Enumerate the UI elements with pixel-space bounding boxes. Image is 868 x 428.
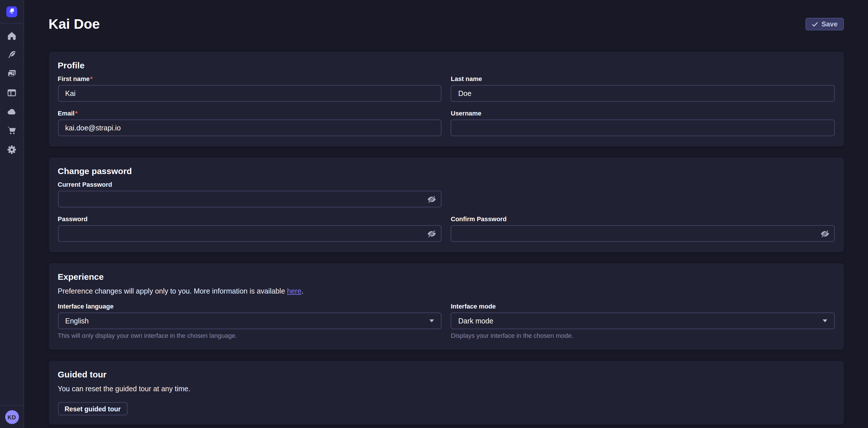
sidebar-header bbox=[0, 0, 24, 24]
chevron-down-icon bbox=[823, 319, 827, 322]
last-name-field-group: Last name bbox=[451, 75, 835, 102]
layout-icon bbox=[7, 88, 17, 100]
profile-card-title: Profile bbox=[58, 60, 835, 71]
user-avatar[interactable]: KD bbox=[5, 410, 19, 424]
images-icon bbox=[7, 69, 17, 81]
save-button[interactable]: Save bbox=[805, 18, 844, 30]
sidebar-item-media-library[interactable] bbox=[7, 70, 17, 80]
interface-mode-select[interactable]: Dark mode bbox=[451, 313, 835, 329]
more-information-link[interactable]: here bbox=[287, 287, 301, 295]
cart-icon bbox=[7, 126, 17, 138]
username-input[interactable] bbox=[451, 119, 835, 136]
interface-mode-hint: Displays your interface in the chosen mo… bbox=[451, 332, 835, 340]
strapi-logo[interactable] bbox=[6, 6, 17, 17]
interface-language-label: Interface language bbox=[58, 303, 442, 310]
gear-icon bbox=[7, 145, 17, 157]
check-icon bbox=[812, 22, 818, 27]
guided-tour-title: Guided tour bbox=[58, 369, 835, 380]
interface-mode-label: Interface mode bbox=[451, 303, 835, 310]
first-name-label: First name* bbox=[58, 75, 442, 83]
last-name-label: Last name bbox=[451, 75, 835, 83]
guided-tour-description: You can reset the guided tour at any tim… bbox=[58, 384, 835, 394]
sidebar-item-home[interactable] bbox=[7, 32, 17, 42]
first-name-field-group: First name* bbox=[58, 75, 442, 102]
interface-language-value: English bbox=[65, 317, 89, 325]
confirm-password-label: Confirm Password bbox=[451, 216, 835, 223]
current-password-label: Current Password bbox=[58, 181, 442, 189]
new-password-field-group: Password bbox=[58, 216, 442, 242]
interface-language-field-group: Interface language English This will onl… bbox=[58, 303, 442, 340]
required-marker: * bbox=[75, 110, 78, 117]
sidebar: KD bbox=[0, 0, 24, 428]
experience-description: Preference changes will apply only to yo… bbox=[58, 287, 835, 296]
experience-card: Experience Preference changes will apply… bbox=[49, 263, 844, 350]
eye-slash-icon bbox=[427, 195, 437, 203]
last-name-input[interactable] bbox=[451, 85, 835, 102]
cloud-icon bbox=[7, 107, 17, 119]
email-input[interactable] bbox=[58, 119, 442, 136]
sidebar-item-cloud[interactable] bbox=[7, 108, 17, 118]
page-header: Kai Doe Save bbox=[49, 16, 844, 33]
change-password-title: Change password bbox=[58, 166, 835, 176]
current-password-field-group: Current Password bbox=[58, 181, 442, 207]
guided-tour-card: Guided tour You can reset the guided tou… bbox=[49, 361, 844, 425]
confirm-password-input-wrap bbox=[451, 225, 835, 242]
grid-spacer bbox=[451, 181, 835, 207]
profile-grid: First name* Last name Email* Username bbox=[58, 75, 835, 136]
sidebar-footer: KD bbox=[0, 405, 24, 428]
interface-mode-value: Dark mode bbox=[458, 317, 493, 325]
home-icon bbox=[7, 31, 17, 43]
app-window: KD Kai Doe Save Profile First name* bbox=[0, 0, 868, 428]
reset-guided-tour-button[interactable]: Reset guided tour bbox=[58, 402, 128, 416]
sidebar-item-marketplace[interactable] bbox=[7, 127, 17, 137]
email-field-group: Email* bbox=[58, 110, 442, 136]
page-title: Kai Doe bbox=[49, 16, 100, 33]
confirm-password-field-group: Confirm Password bbox=[451, 216, 835, 242]
email-label: Email* bbox=[58, 110, 442, 117]
username-field-group: Username bbox=[451, 110, 835, 136]
sidebar-item-content-type-builder[interactable] bbox=[7, 89, 17, 99]
profile-card: Profile First name* Last name Email* Use… bbox=[49, 52, 844, 146]
username-label: Username bbox=[451, 110, 835, 117]
interface-mode-field-group: Interface mode Dark mode Displays your i… bbox=[451, 303, 835, 340]
sidebar-nav bbox=[7, 24, 17, 156]
eye-slash-icon bbox=[427, 230, 437, 237]
toggle-password-visibility-button[interactable] bbox=[820, 230, 830, 237]
password-grid: Current Password bbox=[58, 181, 835, 242]
feather-icon bbox=[7, 50, 17, 62]
current-password-input[interactable] bbox=[58, 191, 442, 207]
current-password-input-wrap bbox=[58, 191, 442, 207]
interface-language-select[interactable]: English bbox=[58, 313, 442, 329]
confirm-password-input[interactable] bbox=[451, 225, 835, 242]
main-content: Kai Doe Save Profile First name* Last bbox=[24, 0, 868, 428]
required-marker: * bbox=[90, 75, 93, 82]
toggle-password-visibility-button[interactable] bbox=[427, 195, 437, 203]
chevron-down-icon bbox=[430, 319, 434, 322]
experience-title: Experience bbox=[58, 272, 835, 282]
sidebar-item-settings[interactable] bbox=[7, 146, 17, 156]
new-password-label: Password bbox=[58, 216, 442, 223]
save-button-label: Save bbox=[822, 20, 838, 28]
change-password-card: Change password Current Password bbox=[49, 158, 844, 252]
interface-language-hint: This will only display your own interfac… bbox=[58, 332, 442, 340]
first-name-input[interactable] bbox=[58, 85, 442, 102]
avatar-initials: KD bbox=[7, 414, 16, 420]
sidebar-item-content-manager[interactable] bbox=[7, 51, 17, 61]
toggle-password-visibility-button[interactable] bbox=[427, 230, 437, 237]
new-password-input[interactable] bbox=[58, 225, 442, 242]
experience-grid: Interface language English This will onl… bbox=[58, 303, 835, 340]
strapi-logo-icon bbox=[8, 6, 16, 17]
eye-slash-icon bbox=[820, 230, 830, 237]
new-password-input-wrap bbox=[58, 225, 442, 242]
